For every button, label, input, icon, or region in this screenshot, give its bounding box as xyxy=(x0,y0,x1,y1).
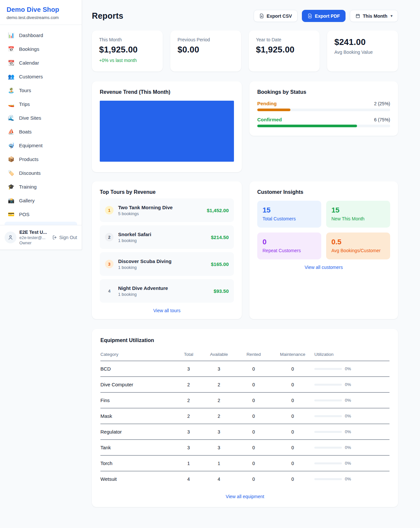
stat-card-this-month: This Month $1,925.00 +0% vs last month xyxy=(92,30,163,71)
charts-row: Revenue Trend (This Month) Bookings by S… xyxy=(92,81,398,172)
export-pdf-label: Export PDF xyxy=(315,13,340,19)
sidebar-item-label: Boats xyxy=(19,129,32,134)
sidebar-item-pos[interactable]: 💳 POS xyxy=(5,208,77,221)
stat-value: $0.00 xyxy=(178,45,234,55)
utilization-bar xyxy=(314,462,342,464)
training-icon: 🎓 xyxy=(8,184,14,190)
sidebar-item-equipment[interactable]: 🤿 Equipment xyxy=(5,139,77,152)
sidebar-item-reports-active-partial[interactable] xyxy=(5,222,77,225)
cell-utilization: 0% xyxy=(314,377,389,393)
sidebar-item-dashboard[interactable]: 📊 Dashboard xyxy=(5,29,77,42)
cell-total: 2 xyxy=(176,393,201,408)
insight-tiles: 15 Total Customers 15 New This Month 0 R… xyxy=(257,201,390,259)
stat-label: This Month xyxy=(99,37,156,42)
cell-available: 2 xyxy=(201,408,236,424)
table-row: Mask 2 2 0 0 0% xyxy=(100,408,389,424)
sidebar-item-customers[interactable]: 👥 Customers xyxy=(5,70,77,83)
cell-rented: 0 xyxy=(236,456,271,471)
table-row: Wetsuit 4 4 0 0 0% xyxy=(100,471,389,487)
status-value: 2 (25%) xyxy=(374,101,390,106)
view-all-customers-link[interactable]: View all customers xyxy=(257,265,390,270)
sidebar-item-label: Tours xyxy=(19,88,31,93)
cell-rented: 0 xyxy=(236,471,271,487)
cell-utilization: 0% xyxy=(314,408,389,424)
lists-row: Top Tours by Revenue 1 Two Tank Morning … xyxy=(92,181,398,319)
tile-label: New This Month xyxy=(331,216,385,221)
tour-row: 4 Night Dive Adventure 1 booking $93.50 xyxy=(100,279,234,303)
sidebar-item-label: Training xyxy=(19,184,37,190)
sidebar-item-calendar[interactable]: 📆 Calendar xyxy=(5,56,77,69)
tour-row: 1 Two Tank Morning Dive 5 bookings $1,45… xyxy=(100,198,234,222)
tour-amount: $1,452.00 xyxy=(207,208,229,213)
cell-category: Dive Computer xyxy=(100,377,176,393)
cell-total: 3 xyxy=(176,440,201,456)
sidebar-item-tours[interactable]: 🏝️ Tours xyxy=(5,84,77,97)
cell-available: 3 xyxy=(201,424,236,440)
cell-rented: 0 xyxy=(236,393,271,408)
sidebar: Demo Dive Shop demo.test.divestreams.com… xyxy=(0,0,82,250)
equipment-utilization-card: Equipment Utilization Category Total Ava… xyxy=(92,329,398,507)
brand-name: Demo Dive Shop xyxy=(7,6,75,13)
table-row: BCD 3 3 0 0 0% xyxy=(100,361,389,377)
cell-total: 2 xyxy=(176,377,201,393)
cell-maintenance: 0 xyxy=(271,377,314,393)
cell-utilization: 0% xyxy=(314,361,389,377)
equipment-utilization-title: Equipment Utilization xyxy=(100,337,389,343)
export-pdf-button[interactable]: Export PDF xyxy=(302,10,346,22)
table-row: Dive Computer 2 2 0 0 0% xyxy=(100,377,389,393)
sidebar-item-trips[interactable]: 🚤 Trips xyxy=(5,98,77,111)
tour-bookings: 1 booking xyxy=(118,265,206,270)
page-header: Reports Export CSV Export PDF This Month xyxy=(92,10,398,22)
dive-sites-icon: 🌊 xyxy=(8,115,14,121)
tour-name: Night Dive Adventure xyxy=(118,285,209,291)
trips-icon: 🚤 xyxy=(8,101,14,107)
stat-value: $241.00 xyxy=(334,37,391,47)
sign-out-button[interactable]: Sign Out xyxy=(52,235,77,240)
tile-total-customers: 15 Total Customers xyxy=(257,201,321,228)
utilization-bar xyxy=(314,415,342,417)
sidebar-item-label: Dive Sites xyxy=(19,115,41,121)
revenue-trend-card: Revenue Trend (This Month) xyxy=(92,81,242,172)
period-label: This Month xyxy=(363,13,388,19)
export-csv-button[interactable]: Export CSV xyxy=(254,10,298,22)
view-all-equipment-link[interactable]: View all equipment xyxy=(100,494,389,499)
utilization-bar xyxy=(314,384,342,386)
revenue-trend-title: Revenue Trend (This Month) xyxy=(100,89,234,95)
period-dropdown[interactable]: This Month ▾ xyxy=(350,10,398,22)
main-content: Reports Export CSV Export PDF This Month xyxy=(92,0,398,507)
utilization-bar xyxy=(314,478,342,480)
cell-total: 3 xyxy=(176,361,201,377)
tour-bookings: 1 booking xyxy=(118,238,206,243)
tour-name: Snorkel Safari xyxy=(118,232,206,237)
equipment-icon: 🤿 xyxy=(8,142,14,149)
sidebar-item-label: POS xyxy=(19,212,30,217)
view-all-tours-link[interactable]: View all tours xyxy=(100,308,234,313)
sidebar-item-gallery[interactable]: 📸 Gallery xyxy=(5,194,77,207)
tour-row: 2 Snorkel Safari 1 booking $214.50 xyxy=(100,225,234,249)
sidebar-item-products[interactable]: 📦 Products xyxy=(5,153,77,166)
sidebar-item-bookings[interactable]: 📅 Bookings xyxy=(5,43,77,55)
brand-domain: demo.test.divestreams.com xyxy=(7,15,75,20)
sidebar-item-training[interactable]: 🎓 Training xyxy=(5,180,77,193)
progress-track xyxy=(257,109,390,111)
user-meta: E2E Test U... e2e-tester@... Owner xyxy=(19,230,49,245)
sidebar-item-discounts[interactable]: 🏷️ Discounts xyxy=(5,167,77,179)
top-tours-card: Top Tours by Revenue 1 Two Tank Morning … xyxy=(92,181,242,319)
cell-total: 4 xyxy=(176,471,201,487)
progress-fill xyxy=(257,109,290,111)
cell-rented: 0 xyxy=(236,361,271,377)
sidebar-item-dive-sites[interactable]: 🌊 Dive Sites xyxy=(5,112,77,124)
column-header: Utilization xyxy=(314,349,389,361)
avatar xyxy=(5,232,16,243)
equipment-table: Category Total Available Rented Maintena… xyxy=(100,349,389,487)
table-header-row: Category Total Available Rented Maintena… xyxy=(100,349,389,361)
table-row: Regulator 3 3 0 0 0% xyxy=(100,424,389,440)
sidebar-item-label: Discounts xyxy=(19,170,41,176)
stats-row: This Month $1,925.00 +0% vs last month P… xyxy=(92,30,398,71)
sidebar-item-boats[interactable]: ⛵ Boats xyxy=(5,125,77,138)
stat-value: $1,925.00 xyxy=(99,45,156,55)
rank-badge: 1 xyxy=(105,206,114,214)
cell-maintenance: 0 xyxy=(271,361,314,377)
cell-utilization: 0% xyxy=(314,393,389,408)
cell-available: 3 xyxy=(201,440,236,456)
